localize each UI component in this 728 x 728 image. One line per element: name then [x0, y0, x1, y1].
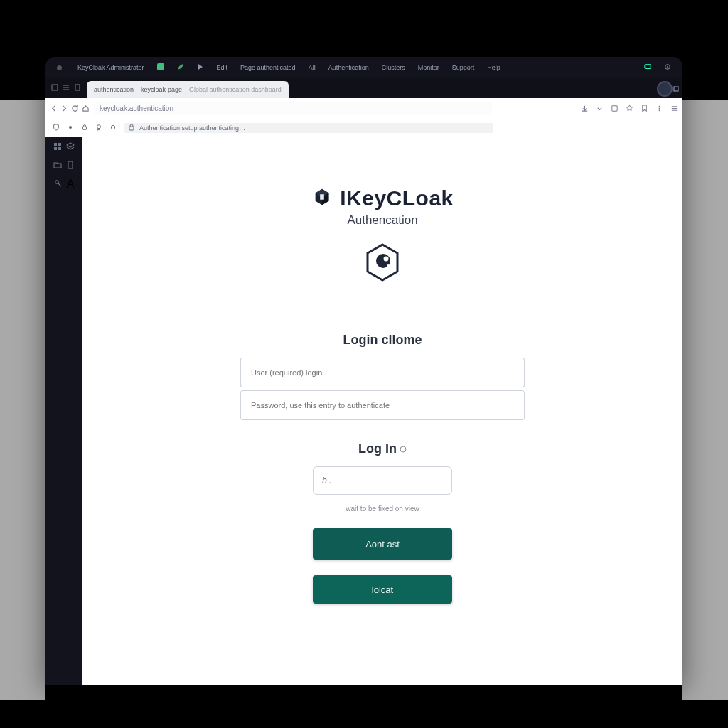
menu-clusters[interactable]: Clusters [382, 64, 405, 71]
svg-point-14 [111, 125, 114, 129]
svg-rect-6 [674, 87, 678, 91]
brand-subtitle: Authencation [347, 213, 417, 228]
leaf-icon [177, 63, 184, 72]
svg-rect-12 [83, 127, 87, 129]
star-icon[interactable] [626, 102, 633, 115]
panel-icon[interactable] [51, 81, 58, 94]
page-content: IKeyCLoak Authencation Login cllome Log … [82, 136, 682, 685]
forward-icon[interactable] [60, 102, 68, 115]
login-section-title: Log In [358, 441, 407, 456]
menu-icon[interactable] [670, 102, 678, 115]
username-input[interactable] [240, 358, 525, 387]
arrow-right-icon [197, 63, 204, 72]
chevron-down-icon[interactable] [596, 102, 604, 115]
svg-rect-16 [54, 143, 57, 146]
doc-icon[interactable] [66, 159, 75, 172]
home-icon[interactable] [82, 102, 90, 115]
window-control-icon[interactable] [57, 65, 62, 70]
hex-badge-icon [362, 242, 403, 283]
refresh-small-icon[interactable] [109, 124, 117, 132]
device-bezel-left [0, 100, 46, 700]
svg-rect-4 [52, 85, 58, 90]
svg-point-11 [69, 126, 72, 129]
menubar: KeyCloak Administrator Edit Page authent… [46, 57, 682, 78]
more-icon[interactable] [655, 102, 663, 115]
helper-text: wait to be fixed on view [346, 505, 419, 513]
tab-title-3: Global authentication dashboard [189, 86, 282, 93]
page-icon[interactable] [74, 81, 81, 94]
status-indicator-icon [157, 63, 164, 72]
secondary-action-button[interactable]: lolcat [313, 575, 452, 604]
menu-all[interactable]: All [309, 64, 316, 71]
key-icon[interactable] [54, 178, 63, 191]
browser-tab[interactable]: authentication keycloak-page Global auth… [87, 81, 289, 98]
keycloak-logo-icon [311, 186, 333, 210]
dot-icon [67, 124, 74, 132]
svg-rect-20 [68, 161, 73, 168]
menu-authentication[interactable]: Authentication [328, 64, 369, 71]
folder-icon[interactable] [53, 159, 62, 172]
svg-point-3 [667, 66, 668, 68]
maximize-icon[interactable] [673, 82, 680, 95]
password-input[interactable] [240, 390, 525, 420]
shield-icon[interactable] [53, 124, 60, 132]
svg-rect-15 [129, 127, 134, 130]
brand-area: IKeyCLoak Authencation [82, 186, 682, 283]
menubar-app: KeyCloak Administrator [77, 64, 144, 71]
info-strip: Authentication setup authenticating… [124, 123, 493, 133]
svg-point-26 [400, 446, 406, 452]
address-bar: keycloak.authentication [46, 98, 682, 119]
login-form: Login cllome Log In wait to be fixed on … [82, 333, 682, 604]
bookmark-icon[interactable] [641, 102, 648, 115]
svg-rect-19 [58, 147, 61, 150]
layers-icon[interactable] [66, 141, 75, 154]
svg-point-13 [97, 125, 101, 129]
download-icon[interactable] [581, 102, 589, 115]
back-icon[interactable] [50, 102, 58, 115]
svg-point-25 [387, 264, 390, 267]
extensions-icon[interactable] [611, 102, 619, 115]
lock-icon[interactable] [81, 124, 88, 132]
svg-point-10 [659, 109, 660, 111]
svg-rect-17 [58, 143, 61, 146]
code-input[interactable] [313, 466, 452, 495]
grid-icon[interactable] [53, 141, 62, 154]
device-bezel-right [682, 100, 728, 700]
avatar[interactable] [657, 81, 673, 97]
tab-title-1: authentication [94, 86, 134, 93]
settings-icon[interactable] [664, 63, 671, 72]
user-icon[interactable]: A [67, 178, 75, 191]
menu-edit[interactable]: Edit [217, 64, 228, 71]
secure-icon [128, 124, 135, 132]
svg-point-24 [384, 257, 389, 262]
reload-icon[interactable] [71, 102, 79, 115]
list-icon[interactable] [63, 81, 70, 94]
info-text: Authentication setup authenticating… [139, 124, 245, 132]
svg-rect-22 [320, 194, 324, 200]
menu-support[interactable]: Support [452, 64, 475, 71]
menu-page[interactable]: Page authenticated [240, 64, 296, 71]
svg-rect-7 [612, 105, 617, 110]
tab-bar: authentication keycloak-page Global auth… [46, 78, 682, 98]
brand-name: IKeyCLoak [340, 186, 454, 210]
menu-help[interactable]: Help [487, 64, 500, 71]
address-field[interactable]: keycloak.authentication [94, 102, 492, 115]
info-toolbar: Authentication setup authenticating… [46, 119, 682, 136]
app-window: KeyCloak Administrator Edit Page authent… [46, 57, 682, 685]
info-icon [400, 441, 407, 456]
form-header: Login cllome [343, 333, 422, 348]
tab-title-2: keycloak-page [141, 86, 182, 93]
svg-rect-5 [75, 85, 80, 90]
side-icon-column: A [46, 136, 82, 685]
svg-point-9 [659, 107, 660, 109]
chat-icon[interactable] [644, 63, 651, 72]
primary-action-button[interactable]: Aont ast [313, 528, 452, 560]
cert-icon[interactable] [95, 124, 102, 132]
svg-point-8 [659, 105, 660, 107]
svg-rect-0 [157, 63, 164, 70]
menu-monitor[interactable]: Monitor [418, 64, 439, 71]
svg-rect-1 [645, 65, 651, 69]
svg-rect-18 [54, 147, 57, 150]
